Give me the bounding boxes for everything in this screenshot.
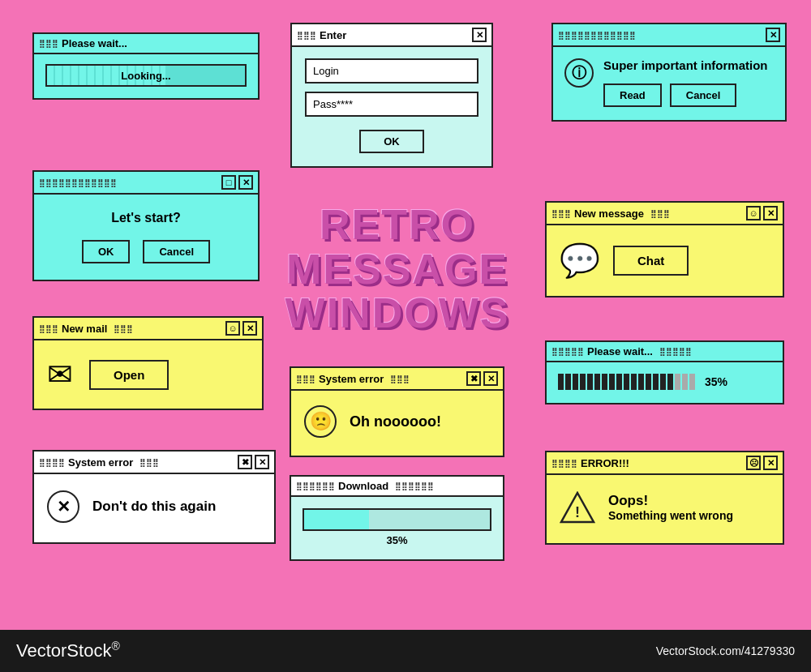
new-mail-window: ⣿⣿⣿ New mail ⣿⣿⣿ ☺ ✕ ✉ Open	[32, 316, 264, 410]
download-window: ⣿⣿⣿⣿⣿⣿ Download ⣿⣿⣿⣿⣿⣿ 35%	[290, 475, 504, 561]
download-progress-label: 35%	[303, 534, 491, 546]
download-title: Download	[338, 480, 388, 492]
super-info-window: ⣿⣿⣿⣿⣿⣿⣿⣿⣿⣿⣿⣿ ✕ ⓘ Super important informa…	[551, 23, 787, 122]
download-titlebar: ⣿⣿⣿⣿⣿⣿ Download ⣿⣿⣿⣿⣿⣿	[291, 477, 503, 497]
login-input[interactable]	[305, 58, 478, 83]
cancel-btn-info[interactable]: Cancel	[670, 83, 737, 107]
lets-start-text: Let's start?	[45, 211, 247, 225]
close-btn-mid[interactable]: ✕	[483, 371, 498, 386]
title-dots2: ⣿⣿⣿	[297, 31, 316, 40]
download-progress-fill	[304, 510, 369, 529]
title-dots4: ⣿⣿⣿⣿⣿⣿⣿⣿⣿⣿⣿⣿	[39, 178, 117, 187]
retro-title: RETRO MESSAGE WINDOWS	[276, 203, 519, 336]
circle-x-icon: ✕	[47, 490, 79, 523]
system-error-mid-title: System error	[319, 373, 384, 385]
minimize-btn-start[interactable]: □	[221, 175, 236, 190]
sad-face-icon-mid: 🙁	[304, 405, 337, 438]
please-wait-bottom-body: 35%	[547, 362, 783, 403]
sad-btn-bottom[interactable]: ✖	[238, 455, 252, 469]
title-dots10: ⣿⣿⣿⣿⣿⣿	[296, 482, 335, 490]
ok-btn-enter[interactable]: OK	[359, 130, 424, 153]
emoji-btn-msg[interactable]: ☺	[746, 206, 761, 220]
enter-titlebar: ⣿⣿⣿ Enter ✕	[292, 24, 491, 47]
error-bottom-line1: Oops!	[608, 493, 733, 509]
title-dots10b: ⣿⣿⣿⣿⣿⣿	[395, 482, 434, 490]
error-bottom-body: ! Oops! Something went wrong	[547, 475, 783, 543]
warning-triangle-icon: !	[560, 490, 595, 525]
lets-start-controls: □ ✕	[221, 175, 253, 190]
please-wait-top-titlebar: ⣿⣿⣿ Please wait...	[34, 34, 258, 54]
system-error-mid-body: 🙁 Oh noooooo!	[291, 391, 503, 456]
system-error-bottom-body: ✕ Don't do this again	[34, 474, 274, 542]
retro-title-line3: WINDOWS	[276, 291, 519, 336]
download-progress-track	[303, 508, 491, 531]
title-dots7: ⣿⣿⣿	[296, 375, 315, 383]
system-error-mid-titlebar: ⣿⣿⣿ System error ⣿⣿⣿ ✖ ✕	[291, 368, 503, 391]
open-btn-mail[interactable]: Open	[89, 360, 169, 390]
super-info-controls: ✕	[766, 28, 780, 42]
emoji-btn-mail[interactable]: ☺	[225, 321, 240, 336]
download-body: 35%	[291, 497, 503, 559]
sad-btn-mid[interactable]: ✖	[466, 371, 481, 386]
lets-start-window: ⣿⣿⣿⣿⣿⣿⣿⣿⣿⣿⣿⣿ □ ✕ Let's start? OK Cancel	[32, 170, 260, 281]
system-error-bottom-title: System error	[68, 456, 133, 469]
new-mail-title: New mail	[62, 323, 107, 335]
please-wait-top-body: Looking...	[34, 54, 258, 98]
system-error-bottom-text: Don't do this again	[92, 499, 216, 515]
main-area: ⣿⣿⣿ Please wait... Looking... ⣿⣿⣿ Enter …	[0, 0, 811, 630]
title-dots7b: ⣿⣿⣿	[390, 375, 410, 383]
close-btn-err[interactable]: ✕	[763, 456, 778, 470]
enter-window: ⣿⣿⣿ Enter ✕ OK	[290, 23, 493, 168]
system-error-mid-window: ⣿⣿⣿ System error ⣿⣿⣿ ✖ ✕ 🙁 Oh noooooo!	[290, 366, 504, 457]
title-dots6: ⣿⣿⣿	[39, 324, 58, 333]
new-mail-controls: ☺ ✕	[225, 321, 257, 336]
svg-text:!: !	[575, 504, 580, 520]
enter-controls: ✕	[472, 28, 487, 42]
title-dots: ⣿⣿⣿	[39, 39, 58, 48]
brand-name: VectorStock	[16, 641, 111, 661]
sad-btn-err[interactable]: ☹	[746, 456, 761, 470]
system-error-bottom-controls: ✖ ✕	[238, 455, 269, 469]
chat-btn[interactable]: Chat	[613, 246, 689, 276]
retro-title-line1: RETRO	[276, 203, 519, 247]
error-bottom-controls: ☹ ✕	[746, 456, 778, 470]
title-dots3: ⣿⣿⣿⣿⣿⣿⣿⣿⣿⣿⣿⣿	[558, 31, 636, 40]
new-mail-body: ✉ Open	[34, 340, 262, 409]
close-btn-enter[interactable]: ✕	[472, 28, 487, 42]
error-bottom-text-block: Oops! Something went wrong	[608, 493, 733, 522]
system-error-bottom-window: ⣿⣿⣿⣿ System error ⣿⣿⣿ ✖ ✕ ✕ Don't do thi…	[32, 450, 276, 544]
close-btn-start[interactable]: ✕	[238, 175, 253, 190]
enter-body: OK	[292, 47, 491, 166]
title-dots9: ⣿⣿⣿⣿	[39, 458, 65, 467]
ok-btn-start[interactable]: OK	[82, 240, 131, 263]
retro-title-line2: MESSAGE	[276, 247, 519, 292]
error-bottom-window: ⣿⣿⣿⣿ ERROR!!! ☹ ✕ ! Oops! Something went…	[545, 451, 784, 545]
please-wait-bottom-titlebar: ⣿⣿⣿⣿⣿ Please wait... ⣿⣿⣿⣿⣿	[547, 342, 783, 362]
pass-input[interactable]	[305, 92, 478, 117]
read-btn[interactable]: Read	[603, 83, 662, 107]
close-btn-mail[interactable]: ✕	[242, 321, 257, 336]
super-info-body: ⓘ Super important information Read Cance…	[553, 47, 785, 120]
new-message-body: 💬 Chat	[547, 225, 783, 296]
error-bottom-title: ERROR!!!	[581, 457, 629, 469]
progress-label-top: Looking...	[121, 70, 170, 82]
title-dots8b: ⣿⣿⣿⣿⣿	[659, 347, 692, 356]
close-btn-bottom[interactable]: ✕	[255, 455, 269, 469]
super-info-titlebar: ⣿⣿⣿⣿⣿⣿⣿⣿⣿⣿⣿⣿ ✕	[553, 24, 785, 47]
please-wait-bottom-title: Please wait...	[587, 345, 653, 357]
error-bottom-line2: Something went wrong	[608, 509, 733, 522]
please-wait-top-window: ⣿⣿⣿ Please wait... Looking...	[32, 32, 260, 100]
enter-title: Enter	[320, 29, 346, 41]
error-bottom-titlebar: ⣿⣿⣿⣿ ERROR!!! ☹ ✕	[547, 452, 783, 475]
system-error-mid-text: Oh noooooo!	[350, 413, 441, 430]
system-error-bottom-titlebar: ⣿⣿⣿⣿ System error ⣿⣿⣿ ✖ ✕	[34, 452, 274, 474]
new-message-window: ⣿⣿⣿ New message ⣿⣿⣿ ☺ ✕ 💬 Chat	[545, 201, 784, 297]
super-info-title-text: Super important information	[603, 58, 774, 72]
info-icon: ⓘ	[564, 58, 594, 88]
close-btn-info[interactable]: ✕	[766, 28, 780, 42]
footer-brand: VectorStock®	[16, 640, 120, 661]
lets-start-body: Let's start? OK Cancel	[34, 195, 258, 280]
close-btn-msg[interactable]: ✕	[763, 206, 778, 220]
please-wait-top-title: Please wait...	[62, 37, 127, 49]
cancel-btn-start[interactable]: Cancel	[143, 240, 210, 263]
